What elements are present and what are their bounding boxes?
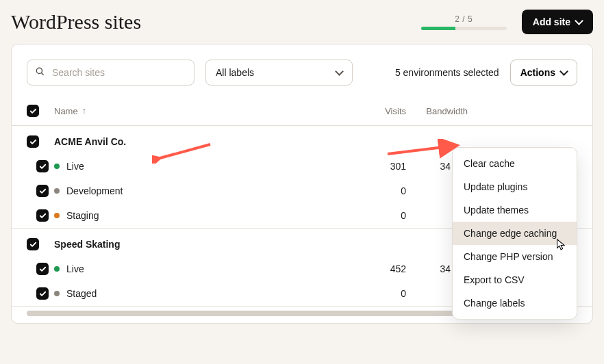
quota-label: 2 / 5	[455, 14, 473, 24]
env-visits: 0	[358, 210, 406, 221]
quota-bar	[421, 27, 507, 30]
row-checkbox[interactable]	[36, 160, 49, 172]
add-site-button[interactable]: Add site	[522, 10, 593, 34]
col-name-header[interactable]: Name	[54, 106, 78, 116]
menu-item-change-labels[interactable]: Change labels	[453, 291, 577, 315]
page-title: WordPress sites	[11, 10, 141, 34]
labels-filter-label: All labels	[216, 67, 254, 78]
menu-item-export-to-csv[interactable]: Export to CSV	[453, 268, 577, 291]
env-visits: 0	[358, 185, 406, 196]
env-name: Live	[66, 263, 84, 274]
status-dot	[54, 291, 60, 296]
cursor-icon	[556, 238, 567, 250]
status-dot	[54, 164, 60, 169]
search-icon	[35, 66, 45, 79]
col-bandwidth-header[interactable]: Bandwidth	[406, 106, 468, 116]
svg-line-1	[42, 73, 44, 75]
sort-asc-icon: ↑	[82, 106, 86, 116]
menu-item-clear-cache[interactable]: Clear cache	[453, 152, 577, 175]
select-all-checkbox[interactable]	[27, 105, 39, 117]
chevron-down-icon	[559, 67, 568, 76]
row-checkbox[interactable]	[27, 135, 39, 148]
env-name: Staged	[66, 288, 97, 299]
menu-item-update-themes[interactable]: Update themes	[453, 198, 577, 222]
search-input[interactable]	[27, 60, 194, 86]
row-checkbox[interactable]	[36, 185, 49, 197]
env-visits: 0	[358, 288, 406, 299]
actions-label: Actions	[520, 67, 555, 78]
status-dot	[54, 188, 60, 194]
chevron-down-icon	[335, 67, 344, 76]
actions-button[interactable]: Actions	[510, 60, 577, 86]
actions-menu: Clear cacheUpdate pluginsUpdate themesCh…	[452, 147, 577, 320]
chevron-down-icon	[575, 16, 583, 25]
scrollbar-thumb[interactable]	[27, 311, 500, 316]
env-visits: 301	[358, 161, 406, 172]
row-checkbox[interactable]	[36, 209, 49, 222]
row-checkbox[interactable]	[27, 238, 39, 250]
env-name: Development	[66, 185, 123, 196]
env-name: Live	[66, 161, 84, 172]
col-visits-header[interactable]: Visits	[358, 106, 406, 116]
env-visits: 452	[358, 263, 406, 274]
status-dot	[54, 266, 60, 272]
site-name: Speed Skating	[54, 239, 358, 250]
menu-item-update-plugins[interactable]: Update plugins	[453, 175, 577, 198]
sites-card: All labels 5 environments selected Actio…	[11, 44, 593, 324]
row-checkbox[interactable]	[36, 263, 49, 275]
selection-count: 5 environments selected	[395, 67, 499, 78]
row-checkbox[interactable]	[36, 287, 49, 300]
site-name: ACME Anvil Co.	[54, 136, 358, 147]
site-quota: 2 / 5	[421, 14, 507, 30]
add-site-label: Add site	[533, 16, 570, 27]
labels-filter[interactable]: All labels	[205, 60, 353, 86]
env-name: Staging	[66, 210, 99, 221]
status-dot	[54, 213, 60, 218]
